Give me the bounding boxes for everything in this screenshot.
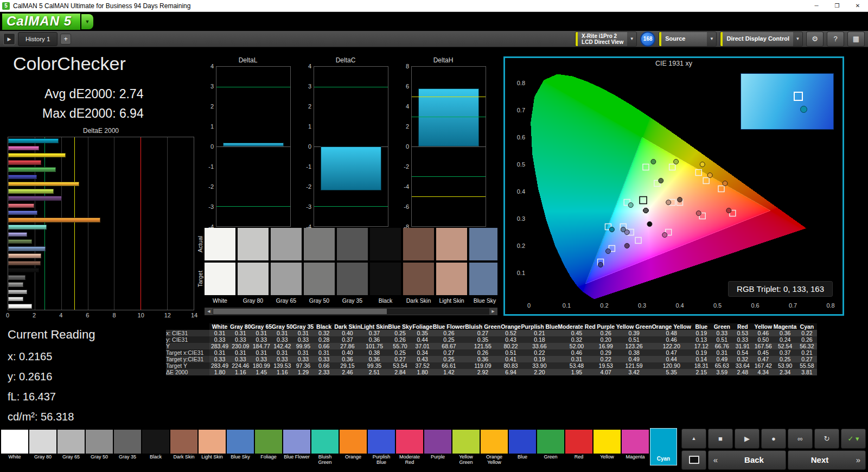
delta-h-title: DeltaH [400, 56, 486, 64]
patch-tile-green[interactable]: Green [537, 430, 564, 465]
deltae-bar-orange-yellow [8, 182, 79, 186]
patch-name: Red [565, 454, 592, 460]
display-window-button[interactable] [681, 450, 706, 470]
maximize-button[interactable]: ❐ [827, 0, 847, 11]
patch-tile-orange-yellow[interactable]: Orange Yellow [481, 430, 508, 465]
deltae-bar-yellow [8, 153, 66, 157]
table-cell: 0.53 [732, 330, 753, 336]
table-cell: 121.55 [465, 343, 500, 349]
refresh-button[interactable]: ↻ [814, 429, 839, 449]
patch-tile-black[interactable]: Black [142, 430, 169, 465]
deltae-bar-green [8, 167, 56, 171]
patch-name: Light Skin [199, 454, 226, 460]
table-cell: 0.41 [501, 356, 521, 362]
patch-name: Orange [340, 454, 367, 460]
patch-tile-yellow[interactable]: Yellow [593, 430, 621, 465]
patch-tile-moderate-red[interactable]: Moderate Red [396, 430, 423, 465]
help-button[interactable]: ? [827, 31, 844, 47]
meter-dropdown[interactable]: X-Rite i1Pro 2 LCD Direct View ▼ [575, 31, 637, 47]
tab-history-1[interactable]: History 1 [18, 32, 58, 46]
patch-tile-purple[interactable]: Purple [424, 430, 451, 465]
close-button[interactable]: ✕ [847, 0, 868, 11]
settings-button[interactable]: ⚙ [806, 31, 824, 47]
logo-dropdown[interactable]: ▼ [81, 14, 93, 29]
page-title: ColorChecker [13, 53, 126, 74]
y-tick-label: -2 [208, 183, 214, 190]
back-button[interactable]: « Back [708, 450, 786, 470]
deltae-bar-cyan [8, 138, 59, 143]
table-cell: 0.33 [712, 330, 732, 336]
patch-name: Blue [509, 454, 536, 460]
table-cell: 0.66 [314, 343, 334, 349]
patch-tile-gray-35[interactable]: Gray 35 [114, 430, 141, 465]
patch-tile-foliage[interactable]: Foliage [255, 430, 282, 465]
patch-tile-blue-sky[interactable]: Blue Sky [227, 430, 254, 465]
table-cell: 0.46 [652, 336, 691, 343]
table-cell: 0.33 [230, 356, 251, 362]
y-tick-label: 0.1 [517, 270, 525, 276]
scroll-left-icon[interactable]: ◀ [205, 308, 213, 315]
next-button[interactable]: Next » [788, 450, 866, 470]
stop-button[interactable]: ■ [708, 429, 733, 449]
patch-name: Gray 65 [58, 454, 85, 460]
reference-line [74, 137, 75, 310]
table-cell: 0.19 [521, 356, 558, 362]
patch-tile-blue[interactable]: Blue [509, 430, 536, 465]
table-cell: 0.51 [712, 336, 732, 343]
patch-tile-orange[interactable]: Orange [340, 430, 367, 465]
table-cell: 0.48 [652, 330, 691, 336]
patch-tile-dark-skin[interactable]: Dark Skin [170, 430, 197, 465]
table-cell: 0.26 [388, 336, 412, 343]
workflow-nav-button[interactable]: ▶ [3, 33, 15, 45]
collapse-panel-button[interactable]: ▲ [681, 429, 706, 449]
patch-tile-red[interactable]: Red [565, 430, 592, 465]
table-cell: 18.31 [691, 362, 712, 369]
patch-tile-purplish-blue[interactable]: Purplish Blue [368, 430, 395, 465]
swatch-label: Gray 50 [304, 297, 335, 304]
row-label: ΔE 2000 [166, 369, 209, 375]
patch-tile-cyan[interactable]: Cyan [650, 428, 677, 464]
record-button[interactable]: ● [761, 429, 786, 449]
row-label: Y [166, 343, 209, 349]
patch-tile-bluish-green[interactable]: Bluish Green [311, 430, 339, 465]
actual-swatch-gray-65 [271, 228, 302, 260]
cie-x-axis: 00.10.20.30.40.50.60.70.8 [529, 302, 838, 311]
measurement-table: WhiteGray 80Gray 65Gray 50Gray 35BlackDa… [166, 323, 817, 375]
actual-row-label: Actual [197, 236, 203, 253]
table-cell: 167.56 [753, 343, 774, 349]
y-tick-label: -3 [208, 203, 214, 210]
display-control-dropdown[interactable]: Direct Display Control ▼ [720, 31, 803, 47]
y-tick-label: 0.5 [517, 161, 525, 168]
source-dropdown[interactable]: Source ▼ [659, 31, 717, 47]
patch-tile-gray-80[interactable]: Gray 80 [29, 430, 56, 465]
column-header-moderate-red: Moderate Red [558, 323, 595, 330]
patch-tile-white[interactable]: White [1, 430, 28, 465]
patch-tile-gray-50[interactable]: Gray 50 [86, 430, 113, 465]
patch-tile-light-skin[interactable]: Light Skin [199, 430, 226, 465]
table-cell: 53.48 [558, 362, 595, 369]
cie-y-axis: 0.10.20.30.40.50.60.70.8 [512, 72, 527, 300]
table-cell: 1.42 [433, 369, 465, 375]
deltae-bar-yellow-green [8, 189, 54, 193]
current-reading-panel: Current Reading x: 0.2165 y: 0.2616 fL: … [8, 328, 95, 431]
scroll-right-icon[interactable]: ▶ [489, 308, 497, 315]
patch-tile-gray-65[interactable]: Gray 65 [58, 430, 85, 465]
patch-tile-yellow-green[interactable]: Yellow Green [452, 430, 480, 465]
target-swatch-light-skin [436, 263, 467, 295]
swatch-scrollbar[interactable]: ◀ ▶ [205, 308, 497, 315]
patch-tile-blue-flower[interactable]: Blue Flower [283, 430, 310, 465]
table-cell: 0.25 [774, 356, 797, 362]
y-tick-label: 0 [406, 143, 409, 150]
scrollbar-thumb[interactable] [213, 309, 387, 314]
minimize-button[interactable]: ─ [806, 0, 827, 11]
patch-tile-magenta[interactable]: Magenta [622, 430, 649, 465]
layout-toggle-button[interactable]: ▦ [847, 31, 865, 47]
add-tab-button[interactable]: + [60, 34, 71, 44]
delta-l-chart: DeltaL 43210-1-2-3-4 [205, 56, 291, 227]
back-chevron-icon: « [709, 455, 723, 464]
patch-name: Gray 35 [114, 454, 141, 460]
play-button[interactable]: ▶ [735, 429, 760, 449]
continuous-measure-button[interactable]: ∞ [788, 429, 813, 449]
accept-reading-button[interactable]: ✓ ▾ [841, 429, 866, 449]
table-cell: 0.29 [596, 349, 616, 356]
